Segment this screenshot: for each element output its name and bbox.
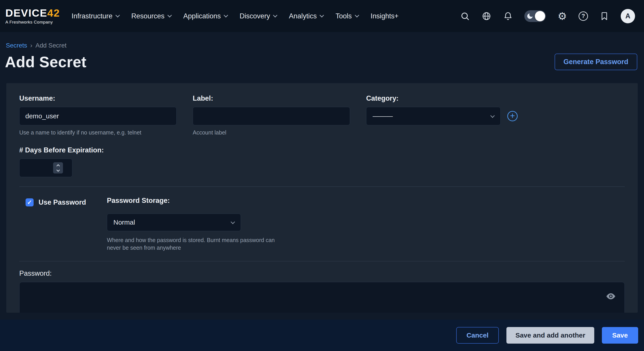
use-password-checkbox-group[interactable]: ✓ Use Password (26, 198, 107, 206)
category-select[interactable]: ——— (366, 107, 500, 125)
bell-icon[interactable] (503, 11, 513, 21)
chevron-down-icon (355, 13, 359, 18)
save-and-add-another-button[interactable]: Save and add another (506, 327, 594, 344)
use-password-checkbox[interactable]: ✓ (26, 198, 34, 206)
user-avatar[interactable]: A (621, 9, 635, 23)
breadcrumb-secrets-link[interactable]: Secrets (6, 42, 27, 49)
chevron-down-icon (224, 13, 228, 18)
username-input[interactable] (19, 107, 176, 125)
menu-tools[interactable]: Tools (336, 12, 358, 20)
page-title: Add Secret (5, 53, 86, 70)
days-before-expiration-wrap (19, 159, 72, 177)
category-selected-value: ——— (373, 112, 393, 120)
chevron-down-icon (230, 220, 235, 224)
label-label: Label: (193, 94, 350, 102)
menu-label: Resources (131, 12, 164, 20)
nav-utility-area: ⚙ ? A (460, 9, 635, 23)
chevron-down-icon (490, 114, 495, 118)
username-field-group: Username: Use a name to identify if no u… (19, 94, 176, 136)
help-icon[interactable]: ? (578, 12, 588, 21)
breadcrumb-current: Add Secret (36, 42, 66, 49)
section-divider (19, 186, 625, 187)
show-password-eye-icon[interactable] (606, 291, 616, 302)
chevron-down-icon (273, 13, 278, 18)
password-input[interactable] (19, 282, 625, 313)
moon-icon (526, 12, 534, 20)
label-help-text: Account label (193, 129, 350, 136)
page-header: Add Secret Generate Password (0, 49, 644, 70)
use-password-label: Use Password (38, 198, 86, 206)
password-storage-label: Password Storage: (107, 196, 284, 205)
menu-label: Analytics (289, 12, 316, 20)
form-row-identity: Username: Use a name to identify if no u… (19, 94, 625, 136)
breadcrumb: Secrets › Add Secret (6, 42, 644, 49)
gear-glyph: ⚙ (558, 11, 567, 21)
brand-text: DEVICE (6, 7, 47, 19)
number-stepper[interactable] (53, 162, 63, 174)
menu-infrastructure[interactable]: Infrastructure (72, 12, 119, 20)
label-field-group: Label: Account label (193, 94, 350, 136)
chevron-down-icon (320, 13, 324, 18)
chevron-down-icon (116, 13, 120, 18)
menu-discovery[interactable]: Discovery (240, 12, 277, 20)
menu-label: Insights+ (370, 12, 399, 20)
check-icon: ✓ (27, 199, 32, 206)
brand-accent-text: 42 (47, 7, 60, 19)
bookmark-icon[interactable] (599, 11, 610, 21)
password-storage-help-text: Where and how the password is stored. Bu… (107, 236, 284, 252)
top-navigation: DEVICE42 A Freshworks Company Infrastruc… (0, 0, 644, 32)
menu-insights-plus[interactable]: Insights+ (370, 12, 399, 20)
brand-tagline: A Freshworks Company (6, 20, 60, 25)
stepper-up-icon (56, 164, 60, 168)
username-help-text: Use a name to identify if no username, e… (19, 129, 176, 136)
password-storage-selected-value: Normal (114, 218, 135, 226)
gear-icon[interactable]: ⚙ (557, 11, 567, 21)
menu-label: Discovery (240, 12, 270, 20)
days-before-expiration-input[interactable] (19, 159, 72, 177)
category-field-group: Category: ——— + (366, 94, 518, 136)
toggle-knob (535, 11, 545, 21)
save-button[interactable]: Save (602, 327, 638, 344)
section-divider (19, 261, 625, 261)
category-control-row: ——— + (366, 107, 518, 125)
generate-password-button[interactable]: Generate Password (554, 54, 637, 70)
avatar-initial: A (626, 12, 630, 20)
menu-label: Infrastructure (72, 12, 112, 20)
menu-resources[interactable]: Resources (131, 12, 171, 20)
device42-logo[interactable]: DEVICE42 A Freshworks Company (6, 8, 60, 25)
expiration-row: # Days Before Expiration: (19, 146, 625, 177)
menu-analytics[interactable]: Analytics (289, 12, 323, 20)
days-before-expiration-label: # Days Before Expiration: (19, 146, 625, 154)
main-menu: Infrastructure Resources Applications Di… (72, 12, 398, 20)
breadcrumb-separator: › (30, 42, 32, 49)
help-glyph: ? (582, 12, 585, 20)
brand-wordmark: DEVICE42 (6, 8, 60, 18)
theme-toggle[interactable] (524, 10, 546, 22)
password-storage-field-group: Password Storage: Normal Where and how t… (107, 196, 284, 252)
menu-applications[interactable]: Applications (183, 12, 228, 20)
menu-label: Applications (183, 12, 221, 20)
password-label: Password: (19, 270, 625, 278)
cancel-button[interactable]: Cancel (456, 327, 499, 344)
label-input[interactable] (193, 107, 350, 125)
username-label: Username: (19, 94, 176, 102)
search-icon[interactable] (460, 11, 470, 21)
menu-label: Tools (336, 12, 352, 20)
footer-action-bar: Cancel Save and add another Save (0, 320, 644, 351)
stepper-down-icon (56, 168, 60, 172)
globe-icon[interactable] (481, 11, 492, 21)
password-settings-row: ✓ Use Password Password Storage: Normal … (19, 196, 625, 252)
add-secret-form-card: Username: Use a name to identify if no u… (6, 83, 638, 313)
chevron-down-icon (168, 13, 172, 18)
category-label: Category: (366, 94, 518, 102)
password-storage-select[interactable]: Normal (107, 214, 241, 231)
add-category-button[interactable]: + (507, 111, 518, 121)
